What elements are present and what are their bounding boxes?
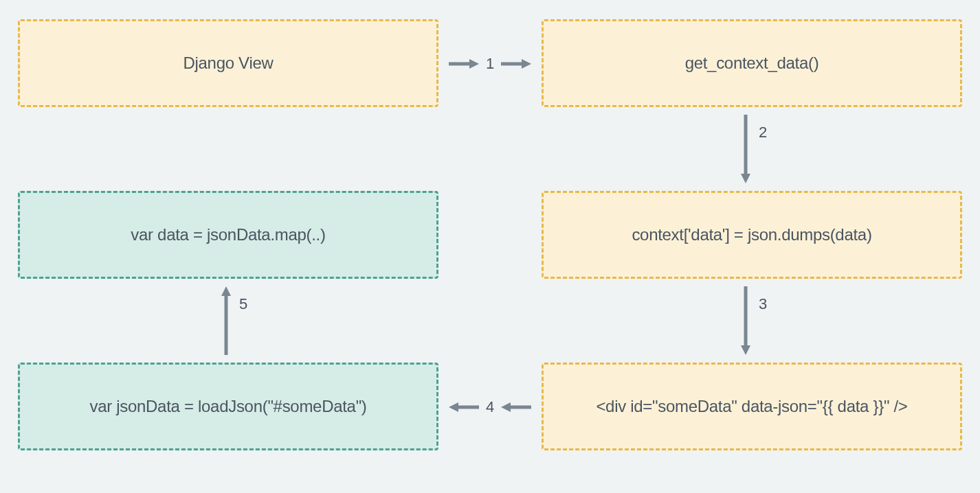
box-label: Django View xyxy=(183,54,273,73)
arrow-2: 2 xyxy=(734,111,775,187)
svg-marker-3 xyxy=(522,59,531,69)
svg-marker-7 xyxy=(741,345,750,355)
svg-marker-1 xyxy=(469,59,479,69)
svg-marker-5 xyxy=(741,174,750,183)
box-label: var data = jsonData.map(..) xyxy=(131,225,325,244)
svg-marker-9 xyxy=(449,402,458,412)
box-django-view: Django View xyxy=(18,19,438,107)
arrow-left-icon xyxy=(501,401,531,413)
box-div-template: <div id="someData" data-json="{{ data }}… xyxy=(542,363,962,450)
arrow-down-icon xyxy=(739,286,752,355)
arrow-right-icon xyxy=(449,58,479,70)
box-label: get_context_data() xyxy=(685,54,819,73)
arrow-label: 1 xyxy=(483,55,497,73)
box-context-dump: context['data'] = json.dumps(data) xyxy=(542,191,962,279)
svg-marker-13 xyxy=(221,286,231,296)
arrow-up-icon xyxy=(220,286,232,355)
arrow-label: 3 xyxy=(756,295,770,313)
box-load-json: var jsonData = loadJson("#someData") xyxy=(18,363,438,450)
box-label: var jsonData = loadJson("#someData") xyxy=(89,397,366,416)
arrow-4: 4 xyxy=(438,397,542,417)
arrow-5: 5 xyxy=(214,283,256,358)
arrow-left-icon xyxy=(449,401,479,413)
box-label: <div id="someData" data-json="{{ data }}… xyxy=(596,397,907,416)
arrow-right-icon xyxy=(501,58,531,70)
arrow-3: 3 xyxy=(734,283,775,358)
arrow-label: 4 xyxy=(483,398,497,416)
box-get-context: get_context_data() xyxy=(542,19,962,107)
svg-marker-11 xyxy=(501,402,511,412)
arrow-label: 5 xyxy=(236,295,250,313)
arrow-1: 1 xyxy=(438,54,542,74)
box-label: context['data'] = json.dumps(data) xyxy=(632,225,871,244)
arrow-label: 2 xyxy=(756,124,770,141)
box-map-data: var data = jsonData.map(..) xyxy=(18,191,438,279)
arrow-down-icon xyxy=(739,115,752,183)
